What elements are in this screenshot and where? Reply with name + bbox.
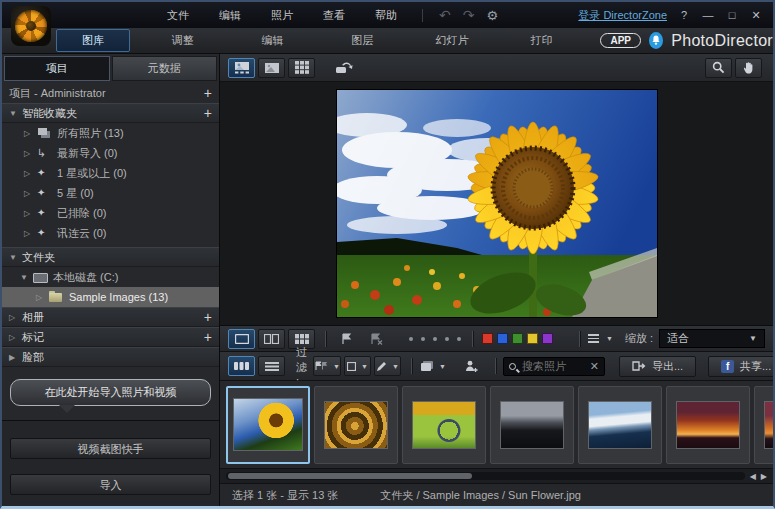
thumbnail-image[interactable] [676,401,740,449]
filmstrip-scrollbar[interactable]: ◀ ▶ [220,469,773,484]
tree-item-sample-images[interactable]: ▷ Sample Images (13) [2,287,219,307]
scroll-right-icon[interactable]: ▶ [761,472,767,481]
tab-print[interactable]: 打印 [505,29,579,52]
add-smart-collection-button[interactable]: + [204,108,212,118]
thumbnail-sun-flower[interactable] [226,386,310,464]
tags-section[interactable]: ▷ 标记 + [2,327,219,347]
expand-icon[interactable]: ▷ [24,169,37,178]
login-directorzone-link[interactable]: 登录 DirectorZone [578,8,667,23]
share-button[interactable]: f 共享... [708,356,775,377]
tree-item-local-disk[interactable]: ▼ 本地磁盘 (C:) [2,267,219,287]
expand-icon[interactable]: ▷ [9,313,22,322]
collapsed-icon[interactable]: ▶ [9,353,22,362]
thumbnail-image[interactable] [588,401,652,449]
tree-item-five-star[interactable]: ▷ ✦ 5 星 (0) [2,183,219,203]
pan-hand-button[interactable] [735,58,762,78]
tree-item-cyberlink-cloud[interactable]: ▷ ✦ 讯连云 (0) [2,223,219,243]
tab-project[interactable]: 项目 [4,56,110,81]
stack-photos-dropdown[interactable]: ▼ [419,356,447,376]
zoom-fit-dropdown[interactable]: 适合 ▼ [659,329,765,348]
export-button[interactable]: 导出... [619,356,696,377]
flag-reject-button[interactable] [363,329,390,349]
thumbnail-bicycle-field[interactable] [402,386,486,464]
tag-face-button[interactable] [458,356,485,376]
tab-slideshow[interactable]: 幻灯片 [415,29,489,52]
thumbnail-sunset-edge[interactable] [754,386,773,464]
expand-icon[interactable]: ▷ [24,229,37,238]
list-view-button[interactable] [258,356,285,376]
compare-view-button[interactable] [258,329,285,349]
thumbnail-image[interactable] [412,401,476,449]
star-rating-dots[interactable] [405,337,465,341]
color-label-yellow[interactable] [527,333,538,344]
minimize-button[interactable]: — [701,9,715,21]
grid-view-button[interactable] [288,58,315,78]
redo-icon[interactable]: ↷ [457,7,481,23]
add-tag-button[interactable]: + [204,332,212,342]
undo-icon[interactable]: ↶ [433,7,457,23]
app-badge[interactable]: APP [600,33,641,48]
color-label-blue[interactable] [497,333,508,344]
maximize-button[interactable]: □ [725,9,739,21]
faces-section[interactable]: ▶ 脸部 [2,347,219,367]
scrollbar-thumb[interactable] [228,473,472,479]
tab-adjust[interactable]: 调整 [146,29,220,52]
menu-edit[interactable]: 编辑 [204,8,256,23]
video-snapshot-button[interactable]: 视频截图快手 [10,438,211,459]
menu-view[interactable]: 查看 [308,8,360,23]
chevron-down-icon[interactable]: ▼ [20,273,33,282]
expand-icon[interactable]: ▷ [24,209,37,218]
tab-metadata[interactable]: 元数据 [112,56,218,81]
sort-menu-button[interactable]: ▼ [587,329,614,349]
menu-file[interactable]: 文件 [152,8,204,23]
single-view-button[interactable] [228,329,255,349]
thumbnail-mountain-lake[interactable] [578,386,662,464]
color-label-red[interactable] [482,333,493,344]
add-project-button[interactable]: + [204,88,212,98]
zoom-tool-button[interactable] [705,58,732,78]
tab-library[interactable]: 图库 [56,29,130,52]
expand-icon[interactable]: ▷ [9,333,22,342]
secondary-display-button[interactable] [330,58,357,78]
thumbnail-image[interactable] [500,401,564,449]
color-label-green[interactable] [512,333,523,344]
add-album-button[interactable]: + [204,312,212,322]
albums-section[interactable]: ▷ 相册 + [2,307,219,327]
tab-layers[interactable]: 图层 [325,29,399,52]
clear-search-icon[interactable]: ✕ [590,360,599,373]
menu-photo[interactable]: 照片 [256,8,308,23]
expand-icon[interactable]: ▷ [24,189,37,198]
viewer-only-button[interactable] [258,58,285,78]
help-button[interactable]: ? [677,9,691,21]
thumbnail-image[interactable] [764,401,773,449]
browser-view-button[interactable] [228,58,255,78]
close-button[interactable]: ✕ [749,9,763,22]
photo-sun-flower[interactable] [337,90,657,317]
search-input[interactable] [520,359,586,373]
tree-item-latest-import[interactable]: ▷ ↳ 最新导入 (0) [2,143,219,163]
tree-item-all-photos[interactable]: ▷ 所有照片 (13) [2,123,219,143]
tab-edit[interactable]: 编辑 [236,29,310,52]
tree-item-rejected[interactable]: ▷ ✦ 已排除 (0) [2,203,219,223]
thumbnail-spiral-staircase[interactable] [314,386,398,464]
tree-item-one-star[interactable]: ▷ ✦ 1 星或以上 (0) [2,163,219,183]
menu-help[interactable]: 帮助 [360,8,412,23]
folders-section[interactable]: ▼ 文件夹 [2,247,219,267]
color-label-purple[interactable] [542,333,553,344]
scroll-left-icon[interactable]: ◀ [750,472,756,481]
notification-bell-icon[interactable] [649,32,663,49]
filter-flags-dropdown[interactable]: ▼ [313,356,341,376]
filter-edited-dropdown[interactable]: ▼ [374,356,401,376]
thumbnail-image[interactable] [324,401,388,449]
settings-gear-icon[interactable]: ⚙ [480,8,504,23]
expand-icon[interactable]: ▷ [36,293,49,302]
expand-icon[interactable]: ▷ [24,149,37,158]
expand-icon[interactable]: ▷ [24,129,37,138]
thumbnail-image[interactable] [233,398,303,451]
smart-collection-section[interactable]: ▼ 智能收藏夹 + [2,103,219,123]
filter-label-dropdown[interactable]: ▼ [344,356,371,376]
flag-pick-button[interactable] [333,329,360,349]
import-button[interactable]: 导入 [10,474,211,495]
search-box[interactable]: ✕ [503,357,605,376]
thumbnail-view-button[interactable] [228,356,255,376]
